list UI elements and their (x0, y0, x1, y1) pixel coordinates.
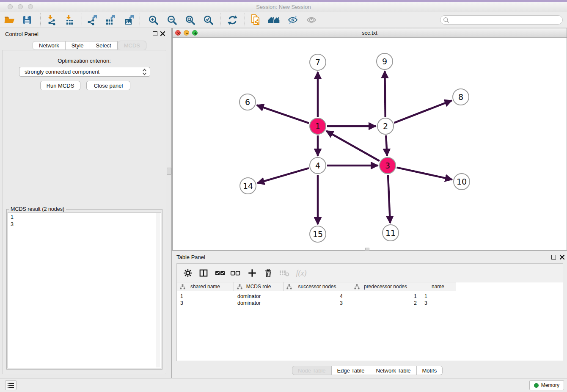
graph-edge-2-3[interactable] (386, 135, 387, 156)
tab-network-table[interactable]: Network Table (370, 366, 416, 375)
graph-node-4[interactable]: 4 (309, 157, 326, 174)
column-tree-icon (180, 284, 185, 290)
function-builder-button[interactable]: f(x) (293, 266, 310, 280)
network-canvas[interactable]: 7968124314101511 (173, 38, 567, 250)
export-network-button[interactable] (85, 13, 99, 27)
tab-mcds[interactable]: MCDS (118, 41, 146, 50)
export-table-button[interactable] (103, 13, 118, 27)
graph-edge-2-9[interactable] (385, 71, 385, 117)
plus-icon (248, 268, 257, 278)
float-panel-icon[interactable] (153, 31, 157, 36)
tab-select[interactable]: Select (90, 41, 118, 50)
eye-icon (306, 15, 317, 25)
cell-predecessor-nodes: 2 (351, 300, 417, 306)
memory-label: Memory (541, 382, 559, 388)
column-header-mcds-role[interactable]: MCDS role (234, 282, 284, 291)
table-settings-button[interactable] (181, 266, 195, 280)
column-label: successor nodes (298, 284, 336, 290)
memory-button[interactable]: Memory (529, 380, 564, 390)
show-all-button[interactable] (304, 13, 319, 27)
graph-edge-3-10[interactable] (396, 168, 452, 179)
open-session-button[interactable] (2, 13, 17, 27)
column-header-name[interactable]: name (420, 282, 456, 291)
tab-network[interactable]: Network (33, 41, 66, 50)
tab-style[interactable]: Style (66, 41, 90, 50)
trash-icon (264, 268, 273, 278)
mcds-result-title: MCDS result (2 nodes) (9, 206, 66, 212)
graph-edge-3-11[interactable] (388, 175, 390, 223)
panel-splitter-handle[interactable] (167, 168, 171, 175)
fx-icon: f(x) (296, 269, 307, 278)
graph-node-2[interactable]: 2 (377, 118, 394, 135)
close-panel-button[interactable]: Close panel (86, 81, 130, 90)
graph-edge-4-14[interactable] (257, 168, 309, 183)
select-all-columns-button[interactable] (213, 266, 227, 280)
graph-node-7[interactable]: 7 (309, 54, 326, 71)
tab-edge-table[interactable]: Edge Table (332, 366, 371, 375)
column-header-predecessor-nodes[interactable]: predecessor nodes (351, 282, 420, 291)
selected-option: strongly connected component (25, 69, 142, 75)
import-table-button[interactable] (63, 13, 77, 27)
mcds-result-item[interactable]: 3 (11, 221, 158, 228)
cell-mcds-role: dominator (237, 300, 261, 306)
export-image-button[interactable] (122, 13, 136, 27)
zoom-in-icon (148, 15, 159, 25)
search-input[interactable] (449, 16, 562, 24)
cell-mcds-role: dominator (237, 293, 261, 300)
graph-node-8[interactable]: 8 (452, 88, 469, 105)
table-toolbar: f(x) (177, 264, 563, 282)
close-panel-icon[interactable] (559, 254, 565, 260)
delete-column-button[interactable] (261, 266, 275, 280)
graph-edge-1-6[interactable] (257, 105, 309, 123)
graph-node-6[interactable]: 6 (239, 94, 256, 110)
window-title: Session: New Session (0, 4, 567, 10)
zoom-fit-button[interactable] (183, 13, 197, 27)
control-panel: Control Panel Network Style Select MCDS … (0, 28, 172, 378)
network-window: scc.txt 7968124314101511 (172, 28, 567, 251)
graph-edge-3-1[interactable] (326, 131, 380, 161)
mcds-result-list[interactable]: 1 3 (8, 212, 161, 368)
deselect-all-columns-button[interactable] (228, 266, 242, 280)
toolbar-separator (245, 13, 245, 27)
delete-table-icon (279, 269, 289, 277)
network-window-titlebar[interactable]: scc.txt (173, 28, 567, 38)
import-table-icon (64, 14, 75, 25)
close-panel-icon[interactable] (160, 31, 165, 36)
hide-selected-button[interactable] (286, 13, 300, 27)
toolbar-separator (40, 13, 41, 27)
graph-node-15[interactable]: 15 (309, 226, 326, 243)
add-column-button[interactable] (245, 266, 259, 280)
optimization-criterion-select[interactable]: strongly connected component (19, 67, 150, 77)
zoom-selected-button[interactable] (201, 13, 215, 27)
delete-table-button[interactable] (278, 266, 291, 280)
cell-shared-name: 3 (180, 300, 183, 306)
zoom-out-button[interactable] (165, 13, 179, 27)
save-session-button[interactable] (20, 13, 34, 27)
table-row[interactable]: 1 dominator 4 1 1 (177, 293, 456, 300)
tab-node-table[interactable]: Node Table (292, 366, 332, 375)
graph-node-9[interactable]: 9 (376, 53, 393, 70)
table-row[interactable]: 3 dominator 3 2 3 (177, 300, 456, 306)
run-mcds-button[interactable]: Run MCDS (40, 81, 80, 90)
zoom-in-button[interactable] (146, 13, 160, 27)
float-panel-icon[interactable] (551, 255, 556, 259)
first-neighbors-button[interactable] (267, 13, 281, 27)
graph-node-10[interactable]: 10 (453, 173, 470, 190)
tab-motifs[interactable]: Motifs (417, 366, 443, 375)
column-header-successor-nodes[interactable]: successor nodes (284, 282, 351, 291)
graph-node-11[interactable]: 11 (382, 224, 399, 241)
graph-node-14[interactable]: 14 (239, 177, 256, 194)
mcds-result-item[interactable]: 1 (11, 214, 158, 221)
clone-network-icon (250, 14, 261, 26)
task-history-button[interactable] (5, 380, 17, 390)
scrollbar-track[interactable] (156, 213, 160, 367)
split-columns-button[interactable] (197, 266, 210, 280)
frame-resize-handle[interactable] (365, 248, 369, 251)
column-header-shared-name[interactable]: shared name (177, 282, 234, 291)
graph-edge-2-8[interactable] (394, 100, 452, 123)
refresh-button[interactable] (225, 13, 239, 27)
import-network-button[interactable] (44, 13, 59, 27)
graph-node-1[interactable]: 1 (309, 118, 326, 135)
clone-network-button[interactable] (248, 13, 263, 27)
graph-node-3[interactable]: 3 (379, 157, 396, 174)
